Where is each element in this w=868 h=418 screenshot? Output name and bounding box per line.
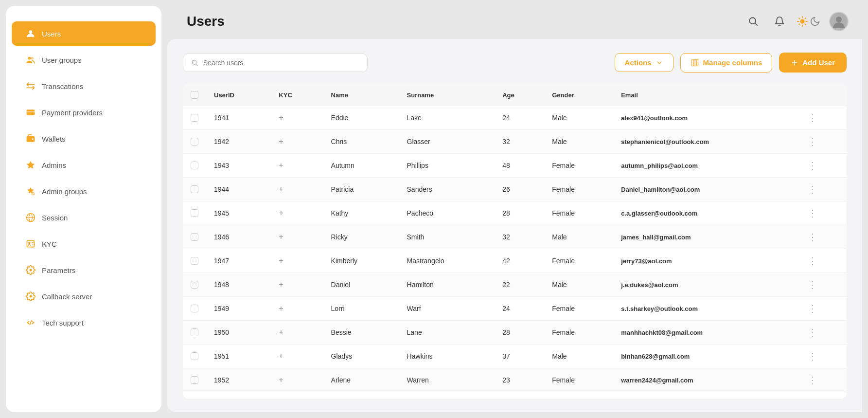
row-checkbox-cell[interactable]	[183, 106, 206, 130]
sidebar-item-user-groups[interactable]: User groups	[12, 48, 156, 72]
row-actions-button[interactable]: ⋮	[808, 232, 818, 242]
col-surname: Surname	[399, 84, 495, 106]
row-checkbox-cell[interactable]	[183, 273, 206, 297]
row-checkbox[interactable]	[191, 352, 198, 360]
row-checkbox[interactable]	[191, 233, 198, 241]
col-gender: Gender	[544, 84, 613, 106]
cell-row-actions[interactable]: ⋮	[800, 368, 847, 392]
row-checkbox-cell[interactable]	[183, 392, 206, 399]
row-checkbox-cell[interactable]	[183, 345, 206, 368]
cell-userid: 1951	[206, 345, 271, 368]
svg-point-20	[800, 19, 804, 23]
col-kyc: KYC	[271, 84, 323, 106]
row-actions-button[interactable]: ⋮	[808, 351, 818, 361]
sidebar-item-transactions[interactable]: Transcations	[12, 74, 156, 98]
sidebar-item-users[interactable]: Users	[12, 21, 156, 46]
cell-row-actions[interactable]: ⋮	[800, 321, 847, 345]
search-button[interactable]	[744, 13, 762, 30]
row-checkbox-cell[interactable]	[183, 201, 206, 225]
row-checkbox[interactable]	[191, 281, 198, 289]
sidebar-item-payment-providers-label: Payment providers	[42, 109, 103, 117]
manage-columns-button[interactable]: Manage columns	[680, 53, 773, 73]
row-actions-button[interactable]: ⋮	[808, 137, 818, 146]
cell-name: Eddie	[323, 106, 399, 130]
cell-age: 28	[495, 321, 544, 345]
cell-row-actions[interactable]: ⋮	[800, 249, 847, 273]
cell-gender: Female	[544, 178, 613, 201]
select-all-checkbox[interactable]	[191, 91, 198, 99]
row-checkbox[interactable]	[191, 114, 198, 122]
cell-row-actions[interactable]: ⋮	[800, 106, 847, 130]
cell-row-actions[interactable]: ⋮	[800, 273, 847, 297]
sidebar-item-parameters[interactable]: Parametrs	[12, 258, 156, 282]
cell-kyc: +	[271, 130, 323, 154]
row-actions-button[interactable]: ⋮	[808, 280, 818, 290]
theme-toggle[interactable]	[797, 16, 820, 27]
select-all-header[interactable]	[183, 84, 206, 106]
cell-row-actions[interactable]: ⋮	[800, 297, 847, 321]
sidebar-item-payment-providers[interactable]: Payment providers	[12, 100, 156, 125]
search-input[interactable]	[203, 59, 359, 67]
row-checkbox[interactable]	[191, 376, 198, 384]
row-checkbox-cell[interactable]	[183, 297, 206, 321]
sidebar-item-callback-server[interactable]: Callback server	[12, 284, 156, 309]
row-actions-button[interactable]: ⋮	[808, 375, 818, 385]
header: Users	[167, 0, 868, 39]
cell-row-actions[interactable]: ⋮	[800, 178, 847, 201]
gear-settings-icon	[25, 291, 36, 302]
row-checkbox[interactable]	[191, 209, 198, 217]
row-actions-button[interactable]: ⋮	[808, 304, 818, 313]
row-actions-button[interactable]: ⋮	[808, 113, 818, 123]
cell-email: stephanienicol@outlook.com	[613, 130, 800, 154]
search-box[interactable]	[183, 54, 368, 72]
cell-age: 32	[495, 130, 544, 154]
sidebar-item-kyc-label: KYC	[42, 240, 57, 248]
row-checkbox-cell[interactable]	[183, 368, 206, 392]
sidebar-item-session[interactable]: Session	[12, 205, 156, 230]
svg-point-6	[32, 138, 34, 140]
cell-gender: Female	[544, 321, 613, 345]
row-actions-button[interactable]: ⋮	[808, 184, 818, 194]
row-actions-button[interactable]: ⋮	[808, 256, 818, 266]
add-user-button[interactable]: Add User	[779, 53, 847, 73]
users-table: UserID KYC Name Surname Age Gender Email	[183, 84, 847, 399]
cell-surname: Pacheco	[399, 201, 495, 225]
cell-gender: Female	[544, 249, 613, 273]
row-checkbox[interactable]	[191, 328, 198, 336]
notification-button[interactable]	[771, 13, 788, 30]
row-actions-button[interactable]: ⋮	[808, 208, 818, 218]
sidebar-item-kyc[interactable]: KYC	[12, 232, 156, 256]
row-actions-button[interactable]: ⋮	[808, 161, 818, 170]
row-actions-button[interactable]: ⋮	[808, 327, 818, 337]
cell-row-actions[interactable]: ⋮	[800, 154, 847, 178]
cell-userid: 1953	[206, 392, 271, 399]
cell-row-actions[interactable]: ⋮	[800, 392, 847, 399]
row-checkbox-cell[interactable]	[183, 154, 206, 178]
sidebar-item-tech-support[interactable]: Tech support	[12, 310, 156, 335]
sidebar-item-parameters-label: Parametrs	[42, 266, 75, 274]
sidebar-item-wallets[interactable]: Wallets	[12, 127, 156, 151]
avatar[interactable]	[829, 12, 849, 31]
row-checkbox[interactable]	[191, 185, 198, 193]
sidebar-item-admin-groups[interactable]: Admin groups	[12, 179, 156, 203]
actions-button[interactable]: Actions	[615, 53, 673, 72]
cell-row-actions[interactable]: ⋮	[800, 201, 847, 225]
sidebar-item-admins[interactable]: Admins	[12, 153, 156, 177]
row-checkbox[interactable]	[191, 162, 198, 169]
sidebar-item-session-label: Session	[42, 214, 68, 222]
row-checkbox-cell[interactable]	[183, 225, 206, 249]
cell-email: manhhachkt08@gmail.com	[613, 321, 800, 345]
cell-row-actions[interactable]: ⋮	[800, 130, 847, 154]
svg-point-15	[30, 269, 32, 272]
row-checkbox-cell[interactable]	[183, 249, 206, 273]
row-checkbox[interactable]	[191, 305, 198, 312]
cell-row-actions[interactable]: ⋮	[800, 225, 847, 249]
row-checkbox-cell[interactable]	[183, 178, 206, 201]
cell-row-actions[interactable]: ⋮	[800, 345, 847, 368]
row-checkbox-cell[interactable]	[183, 321, 206, 345]
row-checkbox[interactable]	[191, 138, 198, 145]
cell-name: Bessie	[323, 321, 399, 345]
row-checkbox-cell[interactable]	[183, 130, 206, 154]
kyc-icon	[25, 238, 36, 249]
row-checkbox[interactable]	[191, 257, 198, 265]
